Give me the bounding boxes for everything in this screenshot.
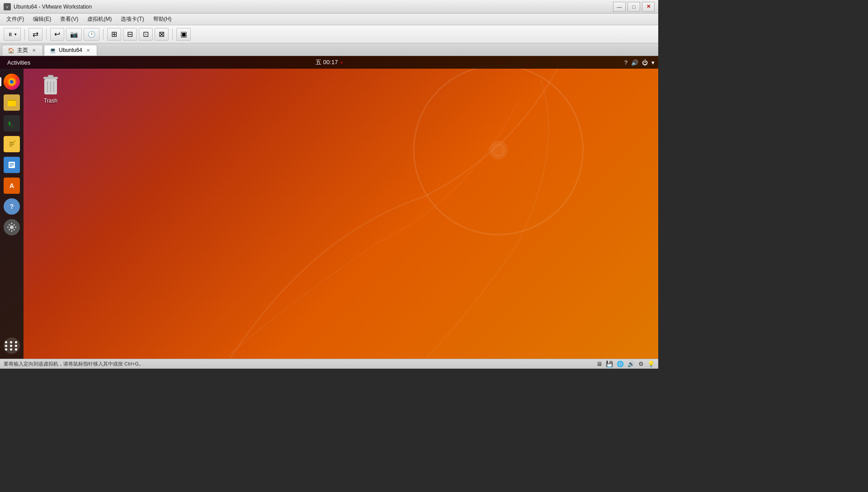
status-storage-icon[interactable]: 💾: [606, 361, 613, 367]
notes-icon: [4, 136, 20, 152]
svg-line-32: [14, 229, 14, 230]
toolbar: ⏸ ▾ ⇄ ↩ 📷 🕐 ⊞ ⊟ ⊡ ⊠ ▣: [0, 25, 658, 43]
status-info-icon[interactable]: 💡: [647, 361, 655, 367]
firefox-icon: [4, 74, 20, 90]
maximize-button[interactable]: □: [627, 2, 640, 12]
activities-button[interactable]: Activities: [4, 59, 34, 66]
tray-dropdown-icon[interactable]: ▾: [651, 59, 655, 66]
clock-icon: 🕐: [88, 31, 95, 38]
menu-bar: 文件(F) 编辑(E) 查看(V) 虚拟机(M) 选项卡(T) 帮助(H): [0, 14, 658, 25]
gnome-clock: 五 00:17 ●: [316, 58, 343, 66]
files-icon: [4, 94, 20, 111]
svg-point-3: [489, 141, 508, 159]
svg-rect-36: [48, 75, 53, 77]
svg-text:A: A: [9, 182, 14, 189]
standard-view-icon: ⊟: [127, 30, 133, 38]
menu-view[interactable]: 查看(V): [56, 14, 83, 24]
view-toggle-button[interactable]: ▣: [176, 28, 191, 41]
toolbar-separator-4: [172, 29, 173, 40]
status-network-icon[interactable]: 🌐: [617, 361, 624, 367]
terminal-icon: $_: [4, 115, 20, 131]
ctrl-alt-del-icon: ⇄: [33, 30, 38, 38]
ctrl-alt-del-button[interactable]: ⇄: [28, 28, 42, 41]
tile-icon: ⊡: [143, 30, 149, 38]
status-settings-icon[interactable]: ⚙: [638, 361, 644, 367]
dock-item-help[interactable]: ?: [2, 197, 21, 216]
ubuntu-tab-icon: 💻: [50, 47, 56, 53]
dock-show-apps[interactable]: [2, 336, 21, 355]
status-sound-icon[interactable]: 🔊: [627, 361, 635, 367]
home-tab-label: 主页: [17, 47, 28, 54]
clock-dot: ●: [340, 61, 343, 65]
svg-line-34: [9, 229, 10, 230]
svg-line-33: [14, 225, 14, 225]
menu-edit[interactable]: 编辑(E): [28, 14, 56, 24]
fullscreen-tile-button[interactable]: ⊡: [139, 28, 153, 41]
window-title: Ubuntu64 - VMware Workstation: [14, 4, 92, 10]
ubuntu-tab-close[interactable]: ✕: [85, 47, 91, 53]
title-controls: — □ ✕: [613, 2, 655, 12]
revert-snapshot-button[interactable]: ↩: [50, 28, 64, 41]
single-view-icon: ⊞: [111, 30, 117, 38]
apps-grid-icon: [4, 337, 20, 354]
title-bar: V Ubuntu64 - VMware Workstation — □ ✕: [0, 0, 658, 14]
dock-item-settings[interactable]: [2, 218, 21, 237]
ubuntu-desktop[interactable]: Activities 五 00:17 ● ? 🔊 ⏻ ▾: [0, 56, 658, 359]
status-bar: 要将输入定向到该虚拟机，请将鼠标指针移入其中或按 Ctrl+G。 🖥 💾 🌐 🔊…: [0, 359, 658, 369]
dock-item-files[interactable]: [2, 93, 21, 112]
tab-home[interactable]: 🏠 主页 ✕: [2, 45, 43, 56]
gnome-topbar: Activities 五 00:17 ● ? 🔊 ⏻ ▾: [0, 56, 658, 69]
dropdown-arrow-icon: ▾: [14, 32, 17, 37]
minimize-button[interactable]: —: [613, 2, 626, 12]
help-icon: ?: [4, 198, 20, 215]
pause-button[interactable]: ⏸ ▾: [4, 28, 21, 41]
writer-icon: [4, 157, 20, 173]
take-snapshot-button[interactable]: 📷: [66, 28, 82, 41]
desktop-icon-trash[interactable]: Trash: [33, 73, 69, 106]
volume-tray-icon[interactable]: 🔊: [631, 59, 638, 66]
status-monitor-icon[interactable]: 🖥: [596, 361, 602, 367]
menu-vm[interactable]: 虚拟机(M): [83, 14, 116, 24]
svg-point-26: [10, 225, 14, 229]
help-tray-icon[interactable]: ?: [624, 59, 627, 66]
vmware-window: V Ubuntu64 - VMware Workstation — □ ✕ 文件…: [0, 0, 658, 369]
vm-content: Activities 五 00:17 ● ? 🔊 ⏻ ▾: [0, 56, 658, 359]
svg-text:$_: $_: [8, 121, 14, 127]
gnome-tray: ? 🔊 ⏻ ▾: [624, 59, 655, 66]
home-tab-close[interactable]: ✕: [31, 47, 37, 54]
single-view-button[interactable]: ⊞: [107, 28, 121, 41]
ubuntu-tab-label: Ubuntu64: [59, 47, 82, 53]
dock-item-terminal[interactable]: $_: [2, 114, 21, 133]
autoprotect-button[interactable]: 🕐: [84, 28, 99, 41]
trash-icon: [40, 75, 61, 97]
toolbar-separator-1: [24, 29, 25, 40]
dock-item-notes[interactable]: [2, 135, 21, 154]
svg-text:V: V: [6, 5, 9, 9]
camera-icon: 📷: [70, 31, 78, 38]
gnome-dock: $_: [0, 69, 24, 359]
menu-help[interactable]: 帮助(H): [149, 14, 176, 24]
fullscreen-icon: ⊠: [159, 30, 165, 38]
dock-item-firefox[interactable]: [2, 72, 21, 91]
menu-tabs[interactable]: 选项卡(T): [116, 14, 148, 24]
close-button[interactable]: ✕: [642, 2, 655, 12]
tab-ubuntu[interactable]: 💻 Ubuntu64 ✕: [44, 45, 97, 56]
title-bar-left: V Ubuntu64 - VMware Workstation: [4, 3, 92, 10]
power-tray-icon[interactable]: ⏻: [642, 59, 648, 66]
svg-point-2: [414, 66, 583, 234]
appstore-icon: A: [4, 178, 20, 194]
trash-label: Trash: [44, 98, 57, 104]
vmware-icon: V: [4, 3, 11, 10]
svg-text:?: ?: [10, 203, 14, 210]
dock-item-writer[interactable]: [2, 155, 21, 174]
home-tab-icon: 🏠: [8, 47, 14, 54]
fullscreen-button[interactable]: ⊠: [155, 28, 169, 41]
status-icons: 🖥 💾 🌐 🔊 ⚙ 💡: [596, 361, 655, 367]
dock-item-appstore[interactable]: A: [2, 176, 21, 195]
menu-file[interactable]: 文件(F): [2, 14, 28, 24]
standard-view-button[interactable]: ⊟: [123, 28, 137, 41]
toolbar-separator-3: [103, 29, 104, 40]
svg-line-31: [9, 225, 10, 225]
svg-point-4: [493, 145, 504, 156]
status-message: 要将输入定向到该虚拟机，请将鼠标指针移入其中或按 Ctrl+G。: [4, 361, 144, 367]
